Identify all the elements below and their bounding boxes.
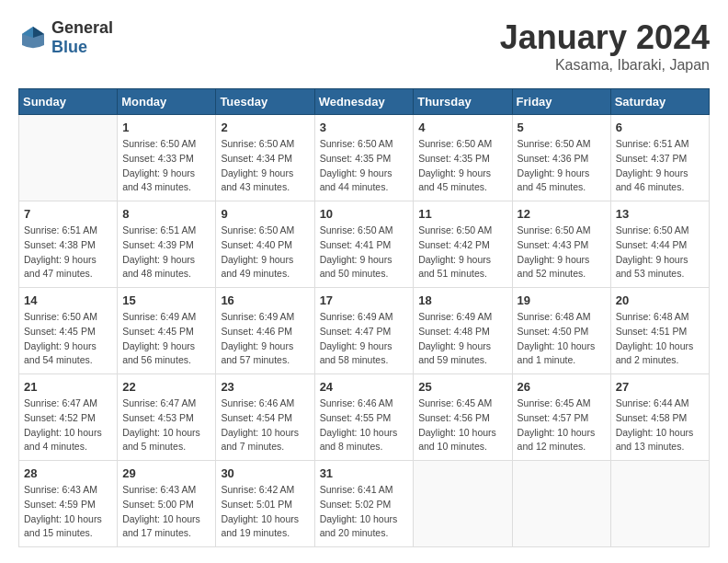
day-number: 5: [518, 121, 606, 134]
day-detail: Sunrise: 6:50 AMSunset: 4:45 PMDaylight:…: [24, 310, 112, 368]
month-title: January 2024: [500, 18, 710, 57]
day-number: 13: [616, 207, 704, 221]
table-row: 27 Sunrise: 6:44 AMSunset: 4:58 PMDaylig…: [610, 374, 709, 461]
table-row: 17 Sunrise: 6:49 AMSunset: 4:47 PMDaylig…: [314, 288, 414, 374]
day-detail: Sunrise: 6:50 AMSunset: 4:34 PMDaylight:…: [221, 137, 309, 195]
day-detail: Sunrise: 6:47 AMSunset: 4:53 PMDaylight:…: [122, 396, 210, 454]
day-number: 14: [24, 293, 112, 307]
table-row: 29 Sunrise: 6:43 AMSunset: 5:00 PMDaylig…: [118, 461, 216, 547]
day-detail: Sunrise: 6:50 AMSunset: 4:43 PMDaylight:…: [518, 224, 606, 282]
table-row: 8 Sunrise: 6:51 AMSunset: 4:39 PMDayligh…: [118, 201, 216, 288]
table-row: 5 Sunrise: 6:50 AMSunset: 4:36 PMDayligh…: [512, 115, 610, 201]
table-row: 26 Sunrise: 6:45 AMSunset: 4:57 PMDaylig…: [512, 374, 610, 461]
table-row: [512, 461, 610, 547]
calendar-week-row: 21 Sunrise: 6:47 AMSunset: 4:52 PMDaylig…: [19, 374, 710, 461]
day-number: 10: [320, 207, 409, 221]
table-row: 18 Sunrise: 6:49 AMSunset: 4:48 PMDaylig…: [414, 288, 512, 374]
day-number: 15: [122, 293, 210, 307]
day-detail: Sunrise: 6:45 AMSunset: 4:56 PMDaylight:…: [418, 396, 506, 454]
table-row: [610, 461, 709, 547]
table-row: 11 Sunrise: 6:50 AMSunset: 4:42 PMDaylig…: [414, 201, 512, 288]
day-detail: Sunrise: 6:42 AMSunset: 5:01 PMDaylight:…: [221, 483, 309, 541]
table-row: 31 Sunrise: 6:41 AMSunset: 5:02 PMDaylig…: [314, 461, 414, 547]
table-row: 30 Sunrise: 6:42 AMSunset: 5:01 PMDaylig…: [216, 461, 314, 547]
day-detail: Sunrise: 6:44 AMSunset: 4:58 PMDaylight:…: [616, 396, 704, 454]
table-row: 4 Sunrise: 6:50 AMSunset: 4:35 PMDayligh…: [414, 115, 512, 201]
day-detail: Sunrise: 6:49 AMSunset: 4:48 PMDaylight:…: [418, 310, 506, 368]
col-wednesday: Wednesday: [314, 89, 414, 115]
table-row: 16 Sunrise: 6:49 AMSunset: 4:46 PMDaylig…: [216, 288, 314, 374]
day-detail: Sunrise: 6:49 AMSunset: 4:46 PMDaylight:…: [221, 310, 309, 368]
table-row: 20 Sunrise: 6:48 AMSunset: 4:51 PMDaylig…: [610, 288, 709, 374]
calendar-week-row: 7 Sunrise: 6:51 AMSunset: 4:38 PMDayligh…: [19, 201, 710, 288]
table-row: 9 Sunrise: 6:50 AMSunset: 4:40 PMDayligh…: [216, 201, 314, 288]
calendar-week-row: 28 Sunrise: 6:43 AMSunset: 4:59 PMDaylig…: [19, 461, 710, 547]
day-number: 20: [616, 293, 704, 307]
day-detail: Sunrise: 6:50 AMSunset: 4:41 PMDaylight:…: [320, 224, 409, 282]
table-row: [414, 461, 512, 547]
calendar-header-row: Sunday Monday Tuesday Wednesday Thursday…: [19, 89, 710, 115]
day-number: 22: [122, 380, 210, 394]
day-detail: Sunrise: 6:51 AMSunset: 4:38 PMDaylight:…: [24, 224, 112, 282]
day-number: 11: [418, 207, 506, 221]
table-row: 12 Sunrise: 6:50 AMSunset: 4:43 PMDaylig…: [512, 201, 610, 288]
day-number: 23: [221, 380, 309, 394]
title-block: January 2024 Kasama, Ibaraki, Japan: [500, 18, 710, 74]
logo-blue: Blue: [51, 38, 87, 56]
day-number: 17: [320, 293, 409, 307]
table-row: 21 Sunrise: 6:47 AMSunset: 4:52 PMDaylig…: [19, 374, 118, 461]
table-row: 14 Sunrise: 6:50 AMSunset: 4:45 PMDaylig…: [19, 288, 118, 374]
day-number: 29: [122, 466, 210, 480]
day-detail: Sunrise: 6:43 AMSunset: 5:00 PMDaylight:…: [122, 483, 210, 541]
table-row: 1 Sunrise: 6:50 AMSunset: 4:33 PMDayligh…: [118, 115, 216, 201]
day-detail: Sunrise: 6:49 AMSunset: 4:45 PMDaylight:…: [122, 310, 210, 368]
calendar-week-row: 14 Sunrise: 6:50 AMSunset: 4:45 PMDaylig…: [19, 288, 710, 374]
table-row: [19, 115, 118, 201]
col-monday: Monday: [118, 89, 216, 115]
day-detail: Sunrise: 6:48 AMSunset: 4:50 PMDaylight:…: [518, 310, 606, 368]
table-row: 13 Sunrise: 6:50 AMSunset: 4:44 PMDaylig…: [610, 201, 709, 288]
day-number: 16: [221, 293, 309, 307]
day-detail: Sunrise: 6:51 AMSunset: 4:37 PMDaylight:…: [616, 137, 704, 195]
day-number: 12: [518, 207, 606, 221]
day-detail: Sunrise: 6:48 AMSunset: 4:51 PMDaylight:…: [616, 310, 704, 368]
table-row: 7 Sunrise: 6:51 AMSunset: 4:38 PMDayligh…: [19, 201, 118, 288]
day-detail: Sunrise: 6:45 AMSunset: 4:57 PMDaylight:…: [518, 396, 606, 454]
day-detail: Sunrise: 6:51 AMSunset: 4:39 PMDaylight:…: [122, 224, 210, 282]
logo-icon: [18, 23, 48, 52]
table-row: 15 Sunrise: 6:49 AMSunset: 4:45 PMDaylig…: [118, 288, 216, 374]
day-number: 27: [616, 380, 704, 394]
col-tuesday: Tuesday: [216, 89, 314, 115]
day-detail: Sunrise: 6:50 AMSunset: 4:35 PMDaylight:…: [320, 137, 409, 195]
day-number: 1: [122, 121, 210, 134]
table-row: 25 Sunrise: 6:45 AMSunset: 4:56 PMDaylig…: [414, 374, 512, 461]
day-number: 25: [418, 380, 506, 394]
day-number: 6: [616, 121, 704, 134]
table-row: 2 Sunrise: 6:50 AMSunset: 4:34 PMDayligh…: [216, 115, 314, 201]
day-detail: Sunrise: 6:50 AMSunset: 4:44 PMDaylight:…: [616, 224, 704, 282]
day-number: 7: [24, 207, 112, 221]
day-number: 4: [418, 121, 506, 134]
logo: General Blue: [18, 18, 113, 57]
col-thursday: Thursday: [414, 89, 512, 115]
day-number: 18: [418, 293, 506, 307]
logo-text: General Blue: [51, 18, 113, 57]
table-row: 10 Sunrise: 6:50 AMSunset: 4:41 PMDaylig…: [314, 201, 414, 288]
col-sunday: Sunday: [19, 89, 118, 115]
day-number: 30: [221, 466, 309, 480]
day-detail: Sunrise: 6:49 AMSunset: 4:47 PMDaylight:…: [320, 310, 409, 368]
location: Kasama, Ibaraki, Japan: [500, 57, 710, 74]
calendar-week-row: 1 Sunrise: 6:50 AMSunset: 4:33 PMDayligh…: [19, 115, 710, 201]
table-row: 23 Sunrise: 6:46 AMSunset: 4:54 PMDaylig…: [216, 374, 314, 461]
day-detail: Sunrise: 6:50 AMSunset: 4:33 PMDaylight:…: [122, 137, 210, 195]
day-number: 2: [221, 121, 309, 134]
calendar-table: Sunday Monday Tuesday Wednesday Thursday…: [18, 88, 710, 547]
day-number: 26: [518, 380, 606, 394]
day-detail: Sunrise: 6:46 AMSunset: 4:54 PMDaylight:…: [221, 396, 309, 454]
day-detail: Sunrise: 6:50 AMSunset: 4:40 PMDaylight:…: [221, 224, 309, 282]
day-number: 21: [24, 380, 112, 394]
table-row: 28 Sunrise: 6:43 AMSunset: 4:59 PMDaylig…: [19, 461, 118, 547]
day-detail: Sunrise: 6:50 AMSunset: 4:42 PMDaylight:…: [418, 224, 506, 282]
day-number: 3: [320, 121, 409, 134]
day-number: 8: [122, 207, 210, 221]
